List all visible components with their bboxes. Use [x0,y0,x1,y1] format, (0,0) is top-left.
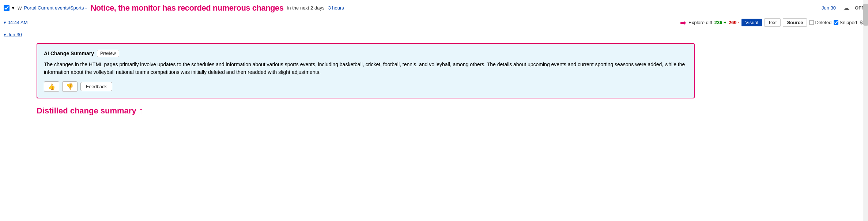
explore-diff-arrow-icon: ➡ [680,18,686,27]
second-bar: ▾ 04:44 AM ➡ Explore diff 236 + 269 - Vi… [0,16,868,29]
scrollbar-track[interactable] [863,0,868,221]
ai-summary-label: AI Change Summary [44,50,94,56]
date-link[interactable]: ▾ Jun 30 [4,32,22,37]
deleted-checkbox[interactable] [809,20,814,25]
preview-badge: Preview [97,50,119,57]
explore-diff-label: Explore diff [688,20,712,25]
thumbup-button[interactable]: 👍 [44,81,59,92]
hours-text: 3 hours [328,5,344,11]
explore-diff-area: ➡ Explore diff 236 + 269 - Visual Text S… [680,18,864,27]
distilled-annotation-text: Distilled change summary [37,106,136,116]
time-text: ▾ 04:44 AM [4,20,28,25]
date-text: Jun 30 [822,5,836,11]
ai-summary-text: The changes in the HTML pages primarily … [44,61,687,76]
days-text: in the next 2 days [287,5,324,11]
diff-added: 236 + [714,20,727,25]
annotation-row: Distilled change summary ↑ [0,102,868,117]
cloud-icon: ☁ [843,4,850,12]
page-title-link[interactable]: Portal:Current events/Sports - [24,5,87,11]
top-bar: ▼ w Portal:Current events/Sports - Notic… [0,0,868,16]
source-button[interactable]: Source [783,18,807,27]
ai-summary-box: AI Change Summary Preview The changes in… [37,43,695,98]
deleted-label: Deleted [815,20,831,25]
feedback-row: 👍 👎 Feedback [44,81,687,92]
visual-button[interactable]: Visual [741,19,762,26]
snipped-checkbox[interactable] [834,20,838,25]
wikipedia-icon: w [18,5,22,11]
text-button[interactable]: Text [764,18,781,27]
date-bar: ▾ Jun 30 [0,29,868,40]
row-checkbox-area[interactable]: ▼ [4,5,15,11]
feedback-button[interactable]: Feedback [80,82,112,91]
up-arrow-icon: ↑ [139,105,144,117]
main-content: AI Change Summary Preview The changes in… [0,40,868,102]
row-checkbox[interactable] [4,5,10,11]
deleted-checkbox-label[interactable]: Deleted [809,20,831,25]
thumbdown-button[interactable]: 👎 [62,81,78,92]
scrollbar-thumb[interactable] [863,4,868,26]
notice-annotation: Notice, the monitor has recorded numerou… [90,3,283,13]
diff-removed: 269 - [729,20,740,25]
dropdown-arrow[interactable]: ▼ [11,5,15,11]
snipped-label: Snipped [839,20,857,25]
snipped-checkbox-label[interactable]: Snipped [834,20,857,25]
ai-summary-header: AI Change Summary Preview [44,50,687,57]
